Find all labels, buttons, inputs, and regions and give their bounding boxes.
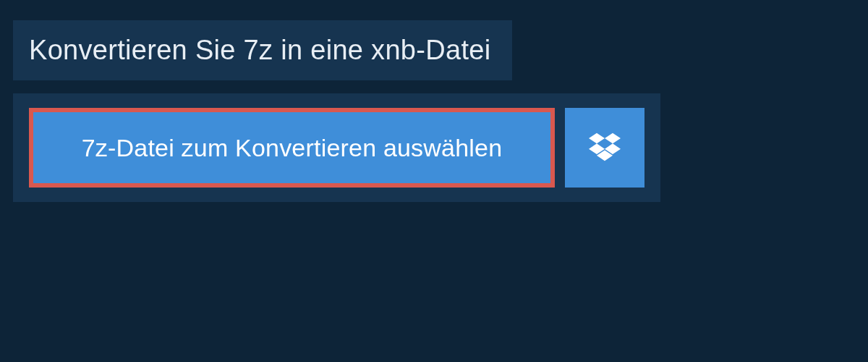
select-file-label: 7z-Datei zum Konvertieren auswählen xyxy=(82,134,503,162)
page-title: Konvertieren Sie 7z in eine xnb-Datei xyxy=(29,35,490,66)
header-bar: Konvertieren Sie 7z in eine xnb-Datei xyxy=(13,20,512,80)
dropbox-icon xyxy=(589,130,621,165)
select-file-button[interactable]: 7z-Datei zum Konvertieren auswählen xyxy=(29,108,555,188)
upload-panel: 7z-Datei zum Konvertieren auswählen xyxy=(13,93,660,202)
dropbox-button[interactable] xyxy=(565,108,644,188)
